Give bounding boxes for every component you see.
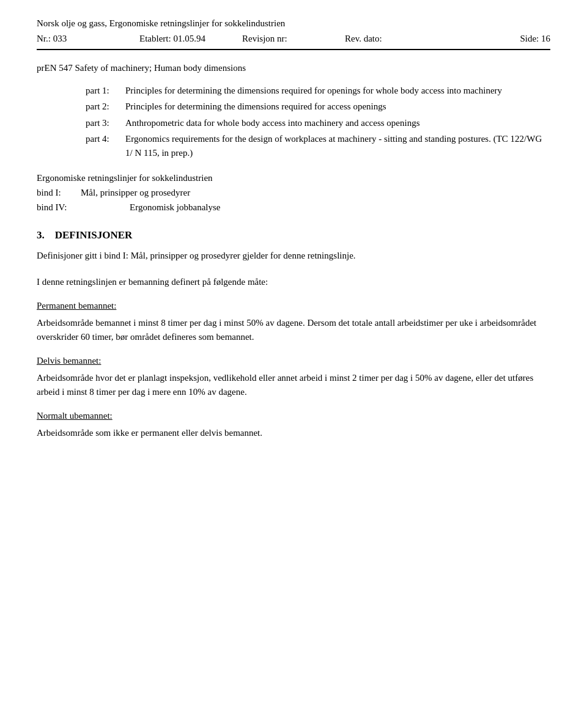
bind-iv-text: Ergonomisk jobbanalyse (130, 200, 220, 215)
normalt-text: Arbeidsområde som ikke er permanent elle… (37, 426, 550, 440)
section3-intro: Definisjoner gitt i bind I: Mål, prinsip… (37, 249, 550, 263)
revisjon-field: Revisjon nr: (242, 34, 345, 44)
pren-title: prEN 547 Safety of machinery; Human body… (37, 61, 550, 75)
normalt-heading: Normalt ubemannet: (37, 411, 550, 421)
part4-text: Ergonomics requirements for the design o… (125, 132, 550, 160)
bind-i-row: bind I: Mål, prinsipper og prosedyrer (37, 185, 550, 200)
header-divider (37, 49, 550, 50)
permanent-heading: Permanent bemannet: (37, 301, 550, 311)
nr-field: Nr.: 033 (37, 34, 139, 44)
section3-body1: I denne retningslinjen er bemanning defi… (37, 275, 550, 289)
part3-label: part 3: (86, 116, 125, 130)
side-field: Side: 16 (448, 34, 550, 44)
part3-block: part 3: Anthropometric data for whole bo… (86, 116, 550, 130)
delvis-text: Arbeidsområde hvor det er planlagt inspe… (37, 371, 550, 399)
pren-section: prEN 547 Safety of machinery; Human body… (37, 61, 550, 160)
bind-iv-label: bind IV: (37, 200, 81, 215)
ergo-line1: Ergonomiske retningslinjer for sokkelind… (37, 171, 550, 185)
header-title: Norsk olje og gass, Ergonomiske retnings… (37, 18, 550, 29)
dato-field: Rev. dato: (345, 34, 448, 44)
section3-heading: 3. DEFINISJONER (37, 229, 550, 241)
part3-text: Anthropometric data for whole body acces… (125, 116, 420, 130)
delvis-heading: Delvis bemannet: (37, 356, 550, 366)
bind-i-label: bind I: (37, 185, 81, 200)
part1-block: part 1: Principles for determining the d… (86, 84, 550, 98)
header-row: Nr.: 033 Etablert: 01.05.94 Revisjon nr:… (37, 34, 550, 44)
part2-text: Principles for determining the dimension… (125, 100, 386, 114)
part2-block: part 2: Principles for determining the d… (86, 100, 550, 114)
ergo-section: Ergonomiske retningslinjer for sokkelind… (37, 171, 550, 215)
bind-i-text: Mål, prinsipper og prosedyrer (81, 185, 190, 200)
part2-label: part 2: (86, 100, 125, 114)
bind-iv-spacer (81, 200, 130, 215)
part1-label: part 1: (86, 84, 125, 98)
part1-text: Principles for determining the dimension… (125, 84, 502, 98)
bind-iv-row: bind IV: Ergonomisk jobbanalyse (37, 200, 550, 215)
section3: 3. DEFINISJONER Definisjoner gitt i bind… (37, 229, 550, 440)
permanent-text: Arbeidsområde bemannet i minst 8 timer p… (37, 316, 550, 344)
part4-block: part 4: Ergonomics requirements for the … (86, 132, 550, 160)
etablert-field: Etablert: 01.05.94 (139, 34, 242, 44)
part4-label: part 4: (86, 132, 125, 160)
